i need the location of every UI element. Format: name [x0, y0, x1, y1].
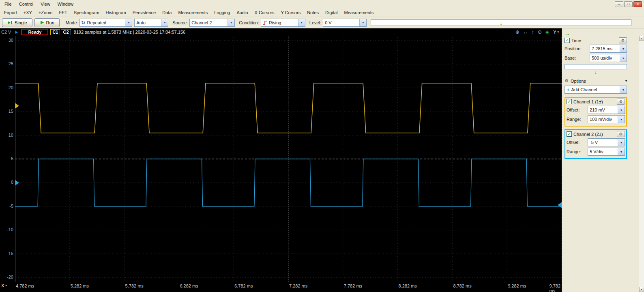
menu-view[interactable]: View [37, 1, 54, 7]
time-base-select[interactable]: 500 us/div ▼ [590, 54, 627, 62]
viewmenu-logging[interactable]: Logging [211, 9, 233, 16]
close-button[interactable]: × [633, 1, 642, 7]
check-icon: ✓ [565, 39, 569, 42]
source-value: Channel 2 [190, 20, 228, 25]
options-row[interactable]: ⚙ Options ▾ [565, 78, 627, 84]
y-tick-label: 20 [9, 85, 13, 90]
capture-info: 8192 samples at 1.5873 MHz | 2020-03-25 … [74, 30, 186, 34]
channel1-position-marker[interactable] [15, 103, 19, 109]
time-settings-button[interactable]: ⚙ [619, 37, 627, 43]
add-channel-label: Add Channel [570, 87, 620, 92]
restore-icon: □ [627, 2, 629, 6]
zoom-area-icon[interactable]: ⊕ [515, 29, 519, 35]
single-label: Single [15, 20, 27, 25]
channel1-group: ✓ Channel 1 (1±) ⚙ Offset: 210 mV ▼ Rang… [565, 97, 627, 127]
x-tick-label: 4.782 ms [16, 283, 34, 288]
close-icon: × [637, 2, 639, 6]
channel1-settings-button[interactable]: ⚙ [617, 99, 625, 105]
y-axis-unit-label: C2 V [1, 30, 11, 34]
source-label: Source: [172, 20, 188, 25]
y-axis-button[interactable]: Y ▾ [553, 30, 559, 34]
channel2-settings-button[interactable]: ⚙ [617, 131, 625, 137]
channel1-offset-row: Offset: 210 mV ▼ [567, 106, 625, 114]
combo-arrow-icon: ▼ [618, 106, 625, 114]
menu-control[interactable]: Control [15, 1, 37, 7]
viewmenu-export[interactable]: Export [1, 9, 20, 16]
time-position-value: 7.2815 ms [590, 46, 620, 51]
time-group: ✓ Time ⚙ Position: 7.2815 ms ▼ Base: 500… [565, 37, 627, 75]
combo-arrow-icon: ▼ [618, 148, 625, 155]
time-checkbox[interactable]: ✓ [565, 38, 570, 43]
menu-file[interactable]: File [1, 1, 15, 7]
fit-width-icon[interactable]: ↔ [523, 29, 528, 35]
viewmenu-audio[interactable]: Audio [233, 9, 251, 16]
scroll-down-button[interactable]: ▼ [639, 287, 644, 292]
channel2-tab[interactable]: C2 [61, 29, 71, 35]
add-channel-button[interactable]: + Add Channel ▼ [565, 86, 627, 94]
viewmenu-digital[interactable]: Digital [322, 9, 341, 16]
sidebar-expand-arrow-icon[interactable]: → [565, 30, 644, 37]
channel2-range-select[interactable]: 5 V/div ▼ [588, 148, 625, 156]
fit-height-icon[interactable]: ↕ [532, 29, 534, 35]
plot-region: 302520151050-5-10-15-20 [0, 36, 562, 282]
viewmenu-xy[interactable]: +XY [20, 9, 35, 16]
x-tick-label: 7.782 ms [344, 283, 362, 288]
chevron-down-icon: ▾ [557, 30, 559, 34]
gear-icon: ⚙ [619, 99, 623, 104]
channel2-offset-row: Offset: -5 V ▼ [567, 138, 625, 146]
view-menu-items: Export+XY+ZoomFFTSpectrogramHistogramPer… [1, 9, 377, 16]
channel2-offset-select[interactable]: -5 V ▼ [588, 138, 625, 146]
trigger-mode-value: Auto [135, 20, 161, 25]
snapshot-icon[interactable]: ◈ [545, 29, 549, 35]
restore-button[interactable]: □ [624, 1, 633, 7]
condition-select[interactable]: Rising ▼ [261, 19, 305, 27]
viewmenu-histogram[interactable]: Histogram [103, 9, 129, 16]
y-tick-label: 10 [9, 133, 13, 137]
channel2-checkbox[interactable]: ✓ [567, 131, 572, 137]
window-controls: ─ □ × [615, 1, 643, 7]
scroll-up-button[interactable]: ▲ [639, 36, 644, 41]
channel1-range-select[interactable]: 100 mV/div ▼ [588, 115, 625, 123]
channel2-title: Channel 2 (2±) [573, 132, 603, 137]
mode-value: Repeated [85, 20, 125, 25]
channel1-checkbox[interactable]: ✓ [567, 99, 572, 104]
channel2-position-marker[interactable] [15, 180, 19, 185]
time-position-select[interactable]: 7.2815 ms ▼ [590, 45, 627, 53]
viewmenu-measurements[interactable]: Measurements [175, 9, 211, 16]
viewmenu-fft[interactable]: FFT [56, 9, 70, 16]
time-position-row: Position: 7.2815 ms ▼ [565, 45, 627, 53]
source-select[interactable]: Channel 2 ▼ [189, 19, 235, 27]
trigger-position-arrow-icon: ↓ [500, 20, 502, 26]
magnifier-icon[interactable]: ⊙ [538, 29, 542, 35]
minimize-button[interactable]: ─ [615, 1, 623, 7]
channel1-offset-select[interactable]: 210 mV ▼ [588, 106, 625, 114]
plot-wrap [15, 36, 562, 282]
menu-window[interactable]: Window [54, 1, 77, 7]
level-select[interactable]: 0 V ▼ [323, 19, 367, 27]
x-axis-button[interactable]: X ▾ [1, 283, 7, 288]
level-label: Level: [309, 20, 321, 25]
run-label: Run [46, 20, 54, 25]
run-button[interactable]: Run [34, 18, 60, 27]
viewmenu-notes[interactable]: Notes [304, 9, 322, 16]
trigger-mode-select[interactable]: Auto ▼ [134, 19, 168, 27]
single-button[interactable]: Single [2, 18, 32, 27]
channel1-tab[interactable]: C1 [50, 29, 60, 35]
viewmenu-spectrogram[interactable]: Spectrogram [71, 9, 103, 16]
channel1-offset-value: 210 mV [588, 107, 618, 112]
trigger-level-marker[interactable] [558, 202, 562, 208]
mode-select[interactable]: ↻ Repeated ▼ [79, 19, 132, 27]
main-menu: FileControlViewWindow [1, 1, 77, 7]
viewmenu-measurements[interactable]: Measurements [341, 9, 377, 16]
trigger-position-strip[interactable]: ↓ [371, 19, 631, 26]
viewmenu-y-cursors[interactable]: Y Cursors [277, 9, 304, 16]
viewmenu-persistence[interactable]: Persistence [129, 9, 159, 16]
viewmenu-x-cursors[interactable]: X Cursors [251, 9, 278, 16]
time-title: Time [571, 38, 581, 43]
oscilloscope-plot[interactable] [15, 36, 562, 282]
sidebar-scrollbar[interactable]: ▲ ▼ [639, 36, 644, 292]
viewmenu-data[interactable]: Data [159, 9, 175, 16]
status-ready-badge: Ready [21, 29, 48, 35]
time-base-row: Base: 500 us/div ▼ [565, 54, 627, 62]
viewmenu-zoom[interactable]: +Zoom [35, 9, 56, 16]
